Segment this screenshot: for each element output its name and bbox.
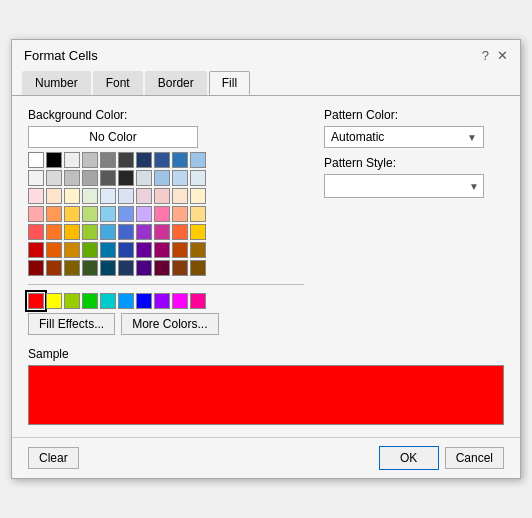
- color-cell[interactable]: [64, 206, 80, 222]
- color-cell[interactable]: [154, 152, 170, 168]
- pattern-style-select[interactable]: ▼: [324, 174, 484, 198]
- color-cell[interactable]: [172, 206, 188, 222]
- color-cell[interactable]: [136, 152, 152, 168]
- color-cell[interactable]: [82, 170, 98, 186]
- color-cell[interactable]: [118, 188, 134, 204]
- color-cell[interactable]: [172, 293, 188, 309]
- color-cell[interactable]: [136, 260, 152, 276]
- color-cell[interactable]: [46, 293, 62, 309]
- color-cell[interactable]: [100, 224, 116, 240]
- pattern-color-select[interactable]: Automatic ▼: [324, 126, 484, 148]
- color-cell[interactable]: [100, 293, 116, 309]
- color-cell[interactable]: [100, 188, 116, 204]
- more-colors-button[interactable]: More Colors...: [121, 313, 218, 335]
- left-column: Background Color: No Color: [28, 108, 304, 335]
- color-cell[interactable]: [28, 188, 44, 204]
- color-cell[interactable]: [154, 170, 170, 186]
- color-cell[interactable]: [82, 152, 98, 168]
- color-cell[interactable]: [64, 188, 80, 204]
- color-cell[interactable]: [118, 224, 134, 240]
- color-cell[interactable]: [100, 152, 116, 168]
- color-cell[interactable]: [136, 293, 152, 309]
- color-cell[interactable]: [100, 170, 116, 186]
- color-cell[interactable]: [28, 206, 44, 222]
- color-cell[interactable]: [172, 170, 188, 186]
- color-cell[interactable]: [154, 206, 170, 222]
- cancel-button[interactable]: Cancel: [445, 447, 504, 469]
- color-cell[interactable]: [64, 260, 80, 276]
- tab-number[interactable]: Number: [22, 71, 91, 95]
- color-cell[interactable]: [118, 260, 134, 276]
- color-cell[interactable]: [190, 188, 206, 204]
- color-cell[interactable]: [154, 242, 170, 258]
- color-cell[interactable]: [190, 206, 206, 222]
- color-cell[interactable]: [46, 170, 62, 186]
- color-cell[interactable]: [190, 170, 206, 186]
- color-cell[interactable]: [64, 152, 80, 168]
- color-cell[interactable]: [190, 224, 206, 240]
- clear-button[interactable]: Clear: [28, 447, 79, 469]
- pattern-color-value: Automatic: [331, 130, 384, 144]
- color-cell[interactable]: [154, 224, 170, 240]
- color-cell[interactable]: [64, 224, 80, 240]
- color-cell[interactable]: [136, 170, 152, 186]
- color-cell-red[interactable]: [28, 293, 44, 309]
- color-cell[interactable]: [46, 242, 62, 258]
- color-cell[interactable]: [172, 260, 188, 276]
- color-cell[interactable]: [190, 260, 206, 276]
- title-icons: ? ✕: [482, 48, 508, 63]
- color-cell[interactable]: [28, 224, 44, 240]
- color-cell[interactable]: [136, 224, 152, 240]
- color-cell[interactable]: [136, 206, 152, 222]
- color-cell[interactable]: [172, 152, 188, 168]
- ok-button[interactable]: OK: [379, 446, 439, 470]
- color-cell[interactable]: [190, 152, 206, 168]
- color-cell[interactable]: [172, 188, 188, 204]
- help-icon[interactable]: ?: [482, 48, 489, 63]
- color-cell[interactable]: [64, 170, 80, 186]
- close-icon[interactable]: ✕: [497, 48, 508, 63]
- tab-border[interactable]: Border: [145, 71, 207, 95]
- color-cell[interactable]: [28, 242, 44, 258]
- color-row-5: [28, 224, 304, 240]
- color-cell[interactable]: [82, 206, 98, 222]
- color-cell[interactable]: [28, 170, 44, 186]
- color-cell[interactable]: [118, 293, 134, 309]
- color-cell[interactable]: [82, 188, 98, 204]
- color-cell[interactable]: [100, 242, 116, 258]
- color-cell[interactable]: [82, 260, 98, 276]
- color-cell[interactable]: [136, 188, 152, 204]
- no-color-button[interactable]: No Color: [28, 126, 198, 148]
- color-row-3: [28, 188, 304, 204]
- color-cell[interactable]: [82, 293, 98, 309]
- color-cell[interactable]: [154, 188, 170, 204]
- color-cell[interactable]: [190, 293, 206, 309]
- color-cell[interactable]: [136, 242, 152, 258]
- color-cell[interactable]: [46, 188, 62, 204]
- color-cell[interactable]: [28, 152, 44, 168]
- color-cell[interactable]: [82, 242, 98, 258]
- color-cell[interactable]: [118, 242, 134, 258]
- title-bar: Format Cells ? ✕: [12, 40, 520, 67]
- color-cell[interactable]: [28, 260, 44, 276]
- tab-font[interactable]: Font: [93, 71, 143, 95]
- color-cell[interactable]: [154, 293, 170, 309]
- color-cell[interactable]: [46, 224, 62, 240]
- color-cell[interactable]: [118, 170, 134, 186]
- color-cell[interactable]: [46, 206, 62, 222]
- color-cell[interactable]: [154, 260, 170, 276]
- color-cell[interactable]: [118, 152, 134, 168]
- color-cell[interactable]: [172, 224, 188, 240]
- color-cell[interactable]: [118, 206, 134, 222]
- color-cell[interactable]: [190, 242, 206, 258]
- tab-fill[interactable]: Fill: [209, 71, 250, 95]
- color-cell[interactable]: [172, 242, 188, 258]
- color-cell[interactable]: [82, 224, 98, 240]
- fill-effects-button[interactable]: Fill Effects...: [28, 313, 115, 335]
- color-cell[interactable]: [46, 260, 62, 276]
- color-cell[interactable]: [100, 206, 116, 222]
- color-cell[interactable]: [64, 293, 80, 309]
- color-cell[interactable]: [100, 260, 116, 276]
- color-cell[interactable]: [64, 242, 80, 258]
- color-cell[interactable]: [46, 152, 62, 168]
